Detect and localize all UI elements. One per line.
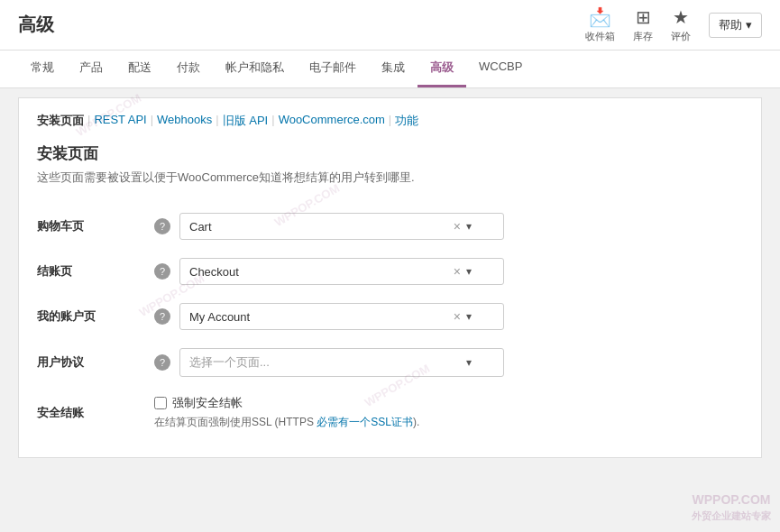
- terms-page-placeholder: 选择一个页面...: [189, 354, 466, 371]
- subnav-install[interactable]: 安装页面: [37, 113, 84, 129]
- subnav-rest[interactable]: REST API: [94, 113, 146, 129]
- cart-page-row: 购物车页 ? Cart × ▾: [37, 204, 743, 249]
- sub-nav: 安装页面 | REST API | Webhooks | 旧版 API | Wo…: [37, 113, 743, 129]
- cart-page-actions: × ▾: [454, 219, 472, 234]
- myaccount-page-actions: × ▾: [454, 309, 472, 324]
- myaccount-page-clear[interactable]: ×: [454, 309, 461, 324]
- myaccount-page-label: 我的账户页: [37, 294, 154, 339]
- subnav-features[interactable]: 功能: [395, 113, 418, 129]
- cart-page-value: Cart: [189, 220, 454, 234]
- subnav-woocommerce[interactable]: WooCommerce.com: [279, 113, 385, 129]
- tab-advanced[interactable]: 高级: [418, 50, 466, 87]
- cart-page-select[interactable]: Cart × ▾: [179, 213, 504, 240]
- watermark-line2: 外贸企业建站专家: [692, 509, 771, 523]
- cart-page-select-container: Cart × ▾: [179, 213, 504, 240]
- section-description: 这些页面需要被设置以便于WooCommerce知道将想结算的用户转到哪里.: [37, 170, 743, 186]
- checkout-page-clear[interactable]: ×: [454, 264, 461, 279]
- sep5: |: [389, 113, 391, 129]
- content-area: 安装页面 | REST API | Webhooks | 旧版 API | Wo…: [18, 97, 762, 458]
- terms-page-actions: ▾: [466, 356, 472, 369]
- tab-wccbp[interactable]: WCCBP: [466, 50, 535, 87]
- top-bar: 高级 📩 收件箱 ⊞ 库存 ★ 评价 帮助 ▾: [0, 0, 780, 50]
- checkout-page-chevron-icon: ▾: [466, 265, 472, 278]
- terms-page-field: ? 选择一个页面... ▾: [154, 348, 743, 377]
- subnav-legacy[interactable]: 旧版 API: [223, 113, 269, 129]
- myaccount-page-select[interactable]: My Account × ▾: [179, 303, 504, 330]
- inventory-icon: ⊞: [636, 6, 651, 28]
- subnav-webhooks[interactable]: Webhooks: [157, 113, 212, 129]
- inbox-label: 收件箱: [585, 30, 615, 43]
- inbox-icon: 📩: [589, 6, 611, 28]
- section-title: 安装页面: [37, 143, 743, 164]
- terms-page-select[interactable]: 选择一个页面... ▾: [179, 348, 504, 377]
- myaccount-page-value: My Account: [189, 310, 454, 324]
- checkout-page-label: 结账页: [37, 249, 154, 294]
- terms-page-row: 用户协议 ? 选择一个页面... ▾: [37, 339, 743, 386]
- sep2: |: [151, 113, 153, 129]
- inbox-button[interactable]: 📩 收件箱: [585, 6, 615, 43]
- top-bar-icons: 📩 收件箱 ⊞ 库存 ★ 评价 帮助 ▾: [585, 6, 762, 43]
- tab-general[interactable]: 常规: [18, 50, 67, 87]
- checkout-page-field: ? Checkout × ▾: [154, 258, 743, 285]
- sep3: |: [216, 113, 218, 129]
- terms-page-select-container: 选择一个页面... ▾: [179, 348, 504, 377]
- checkout-page-row: 结账页 ? Checkout × ▾: [37, 249, 743, 294]
- terms-page-chevron-icon: ▾: [466, 356, 472, 369]
- ssl-link[interactable]: 必需有一个SSL证书: [317, 416, 413, 428]
- checkout-page-actions: × ▾: [454, 264, 472, 279]
- ssl-text: 在结算页面强制使用SSL (HTTPS 必需有一个SSL证书).: [154, 415, 743, 430]
- tab-integration[interactable]: 集成: [369, 50, 418, 87]
- sep1: |: [87, 113, 90, 129]
- inventory-label: 库存: [633, 30, 653, 43]
- help-chevron-icon: ▾: [746, 18, 752, 32]
- cart-page-chevron-icon: ▾: [466, 220, 472, 233]
- secure-checkout-checkbox-row: 强制安全结帐: [154, 395, 743, 411]
- checkout-help-icon[interactable]: ?: [154, 263, 170, 280]
- tab-product[interactable]: 产品: [67, 50, 115, 87]
- watermark-line1: WPPOP.COM: [692, 491, 771, 509]
- ssl-text-after: ).: [413, 416, 419, 428]
- nav-tabs: 常规 产品 配送 付款 帐户和隐私 电子邮件 集成 高级 WCCBP: [0, 50, 780, 88]
- secure-checkout-checkbox[interactable]: [154, 397, 167, 409]
- tab-email[interactable]: 电子邮件: [297, 50, 369, 87]
- page-title: 高级: [18, 13, 585, 37]
- secure-checkout-label: 安全结账: [37, 386, 154, 439]
- review-icon: ★: [673, 6, 689, 28]
- secure-checkout-field: 强制安全结帐 在结算页面强制使用SSL (HTTPS 必需有一个SSL证书).: [154, 395, 743, 430]
- secure-checkout-checkbox-label[interactable]: 强制安全结帐: [172, 395, 243, 411]
- myaccount-page-row: 我的账户页 ? My Account × ▾: [37, 294, 743, 339]
- checkout-page-select[interactable]: Checkout × ▾: [179, 258, 504, 285]
- review-label: 评价: [671, 30, 691, 43]
- terms-page-label: 用户协议: [37, 339, 154, 386]
- cart-page-clear[interactable]: ×: [454, 219, 461, 234]
- terms-help-icon[interactable]: ?: [154, 354, 170, 371]
- myaccount-page-field: ? My Account × ▾: [154, 303, 743, 330]
- ssl-text-before: 在结算页面强制使用SSL (HTTPS: [154, 416, 317, 428]
- sep4: |: [271, 113, 274, 129]
- tab-payment[interactable]: 付款: [164, 50, 213, 87]
- inventory-button[interactable]: ⊞ 库存: [633, 6, 653, 43]
- tab-account[interactable]: 帐户和隐私: [213, 50, 297, 87]
- cart-page-label: 购物车页: [37, 204, 154, 249]
- secure-checkout-row: 安全结账 强制安全结帐 在结算页面强制使用SSL (HTTPS 必需有一个SSL…: [37, 386, 743, 439]
- cart-help-icon[interactable]: ?: [154, 218, 170, 234]
- myaccount-page-select-container: My Account × ▾: [179, 303, 504, 330]
- checkout-page-select-container: Checkout × ▾: [179, 258, 504, 285]
- help-button[interactable]: 帮助 ▾: [709, 13, 762, 38]
- help-label: 帮助: [719, 17, 742, 33]
- review-button[interactable]: ★ 评价: [671, 6, 691, 43]
- myaccount-page-chevron-icon: ▾: [466, 310, 472, 323]
- cart-page-field: ? Cart × ▾: [154, 213, 743, 240]
- form-table: 购物车页 ? Cart × ▾: [37, 204, 743, 439]
- watermark: WPPOP.COM 外贸企业建站专家: [692, 491, 771, 523]
- tab-shipping[interactable]: 配送: [115, 50, 164, 87]
- myaccount-help-icon[interactable]: ?: [154, 308, 170, 325]
- checkout-page-value: Checkout: [189, 265, 454, 279]
